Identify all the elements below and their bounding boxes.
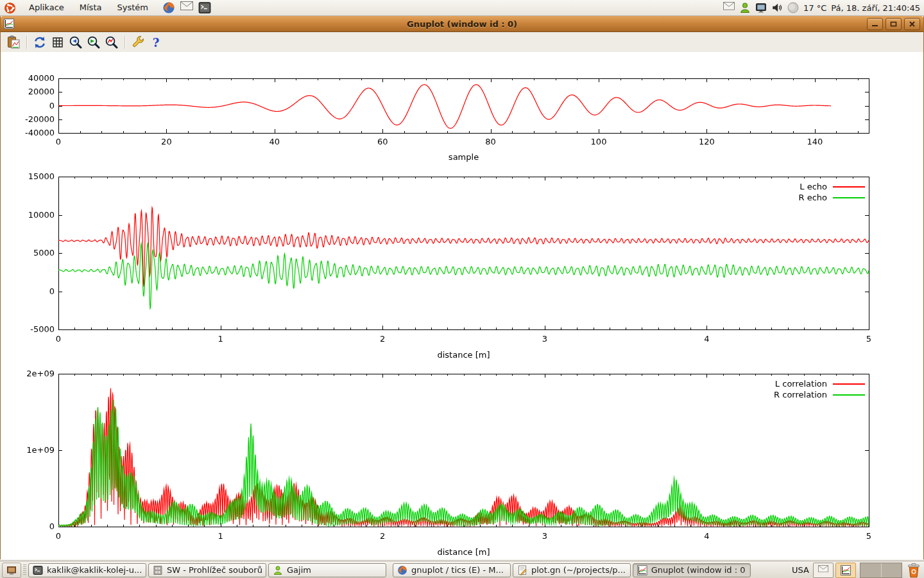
volume-icon[interactable] (771, 2, 783, 13)
ubuntu-logo-icon[interactable] (4, 2, 16, 14)
legend-entry: R correlation (774, 390, 865, 399)
menu-místa[interactable]: Místa (72, 0, 110, 15)
mail-icon (818, 565, 828, 575)
task-label: SW - Prohlížeč souborů (167, 565, 262, 575)
copy-to-clipboard-button[interactable] (5, 34, 22, 51)
presence-icon[interactable] (739, 2, 751, 13)
tasklist-grip[interactable] (23, 565, 26, 576)
workspace-switcher[interactable] (860, 563, 902, 578)
svg-text:?: ? (153, 35, 160, 49)
help-button[interactable]: ? (148, 34, 164, 51)
workspace-2[interactable] (881, 563, 902, 577)
legend-line-sample (833, 197, 865, 198)
show-desktop-button[interactable] (2, 563, 21, 578)
y-tick-label: -20000 (19, 114, 55, 124)
replot-button[interactable] (31, 34, 48, 51)
x-tick-label: 5 (866, 334, 871, 344)
y-tick-label: 15000 (19, 171, 55, 181)
y-tick-label: 0 (19, 521, 55, 531)
legend: L echoR echo (798, 182, 865, 202)
toolbar-separator (26, 36, 27, 49)
x-tick-label: 1 (218, 531, 223, 541)
menu-aplikace[interactable]: Aplikace (21, 0, 72, 15)
x-tick-label: 100 (591, 137, 607, 146)
legend-label: R correlation (774, 390, 827, 399)
temperature-label: 17 °C (803, 3, 826, 13)
legend-label: R echo (798, 193, 827, 202)
maximize-button[interactable] (886, 18, 902, 30)
workspace-1[interactable] (860, 563, 881, 577)
plot-canvas[interactable] (1, 52, 923, 559)
keyboard-layout-indicator[interactable]: USA (792, 565, 809, 575)
unzoom-button[interactable] (103, 34, 120, 51)
terminal-icon (33, 565, 43, 575)
x-tick-label: 20 (161, 137, 172, 146)
titlebar[interactable]: Gnuplot (window id : 0) (1, 16, 923, 32)
window-controls (867, 18, 923, 30)
x-tick-label: 2 (380, 334, 385, 344)
taskbar-right: USA (792, 562, 924, 578)
y-tick-label: 20000 (19, 87, 55, 96)
task-label: gnuplot / tics (E) - M... (411, 565, 504, 575)
legend-entry: L correlation (774, 380, 865, 388)
task-label: Gajim (287, 565, 311, 575)
y-tick-label: 0 (19, 101, 55, 110)
x-axis-label: sample (449, 152, 479, 162)
weather-icon[interactable] (787, 2, 799, 13)
legend-entry: L echo (798, 182, 865, 191)
x-tick-label: 1 (218, 334, 223, 344)
y-tick-label: 1e+09 (19, 445, 55, 455)
y-tick-label: 2e+09 (19, 369, 55, 378)
task-button-5[interactable]: plot.gn (~/projects/p... (513, 563, 631, 577)
x-tick-label: 0 (56, 334, 61, 344)
x-axis-label: distance [m] (437, 350, 490, 360)
x-tick-label: 80 (485, 137, 496, 146)
x-tick-label: 3 (542, 531, 547, 541)
task-button-4[interactable]: gnuplot / tics (E) - M... (393, 563, 511, 577)
task-label: Gnuplot (window id : 0) (651, 565, 746, 575)
gnome-top-panel: AplikaceMístaSystém 17 °C Pá, 18. září, … (0, 0, 924, 16)
task-button-3[interactable]: Gajim (268, 563, 386, 577)
x-axis-label: distance [m] (437, 547, 490, 557)
gnuplot-icon (637, 565, 647, 575)
toggle-grid-button[interactable] (49, 34, 66, 51)
previous-zoom-button[interactable] (67, 34, 84, 51)
panel-menus: AplikaceMístaSystém (21, 0, 156, 15)
mail-notification-icon[interactable] (723, 2, 735, 13)
task-button-2[interactable]: SW - Prohlížeč souborů (148, 563, 266, 577)
gnuplot-icon (841, 565, 851, 575)
next-zoom-button[interactable] (85, 34, 102, 51)
x-tick-label: 5 (866, 531, 871, 541)
task-button-6[interactable]: Gnuplot (window id : 0) (633, 563, 751, 577)
x-tick-label: 140 (807, 137, 823, 146)
panel-launchers (162, 1, 211, 14)
tray-gnuplot[interactable] (835, 563, 856, 578)
toolbar-separator (124, 36, 125, 49)
x-tick-label: 3 (542, 334, 547, 344)
legend-line-sample (833, 394, 865, 396)
firefox-icon (397, 565, 407, 575)
y-tick-label: -40000 (19, 128, 55, 137)
trash-icon[interactable] (906, 562, 921, 578)
y-tick-label: 0 (19, 286, 55, 296)
mail-launcher-icon[interactable] (180, 1, 193, 14)
x-tick-label: 40 (270, 137, 280, 146)
display-icon[interactable] (755, 2, 767, 13)
clock-label[interactable]: Pá, 18. září, 21:40:45 (831, 3, 920, 13)
task-button-1[interactable]: kaklik@kaklik-kolej-u... (28, 563, 146, 577)
menu-systém[interactable]: Systém (109, 0, 155, 15)
settings-button[interactable] (130, 34, 146, 51)
legend-line-sample (833, 186, 865, 188)
x-tick-label: 0 (56, 137, 61, 146)
terminal-launcher-icon[interactable] (198, 1, 211, 14)
gnome-taskbar: kaklik@kaklik-kolej-u...SW - Prohlížeč s… (0, 561, 924, 578)
minimize-button[interactable] (867, 18, 883, 30)
close-button[interactable] (904, 18, 920, 30)
firefox-launcher-icon[interactable] (162, 1, 175, 14)
y-tick-label: 40000 (19, 73, 55, 83)
gnuplot-toolbar: ? (1, 32, 923, 53)
show-desktop-icon (6, 565, 17, 575)
y-tick-label: 5000 (19, 248, 55, 258)
plot-area: 020406080100120140-40000-200000200004000… (1, 52, 923, 559)
tray-mail[interactable] (813, 563, 834, 578)
